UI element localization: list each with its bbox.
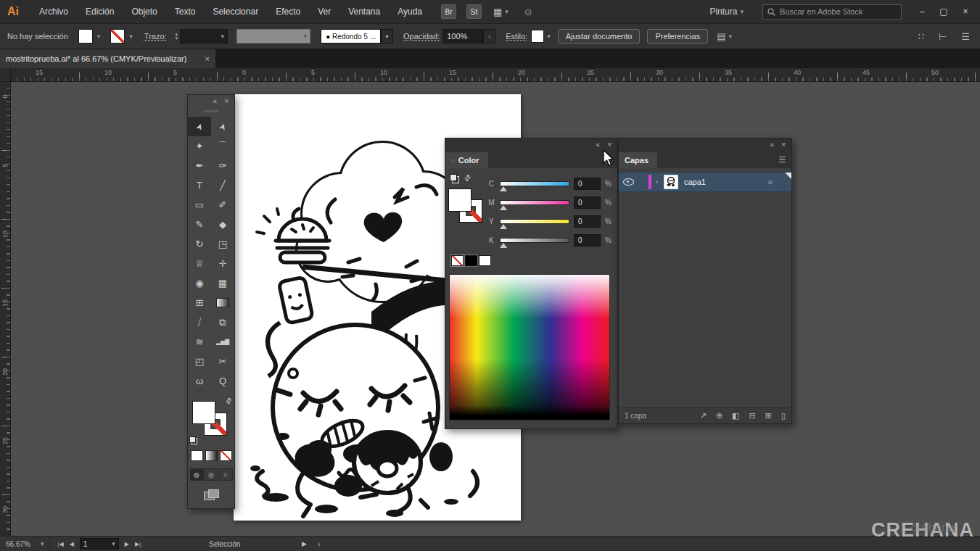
expand-layer-icon[interactable]: ›: [656, 178, 658, 186]
menu-ventana[interactable]: Ventana: [339, 0, 389, 23]
tab-color[interactable]: ○ Color: [445, 152, 488, 168]
fill-stroke-proxy[interactable]: ⇄: [192, 398, 230, 443]
width-profile-dropdown[interactable]: ▾: [236, 29, 310, 44]
direct-selection-tool[interactable]: ➤: [211, 117, 234, 136]
arrange-documents-icon[interactable]: ▦: [493, 7, 502, 17]
slider-track[interactable]: [500, 219, 569, 224]
zoom-level-dropdown[interactable]: 66.67% ▾: [0, 536, 50, 551]
chevron-down-icon[interactable]: ▾: [547, 33, 551, 40]
panel-dock-icon[interactable]: ⊢: [939, 31, 947, 42]
tab-capas[interactable]: Capas: [619, 152, 657, 168]
artboard-number-dropdown[interactable]: 1 ▾: [80, 538, 119, 550]
perspective-grid-tool[interactable]: ▦: [211, 273, 234, 293]
bridge-button[interactable]: Br: [441, 4, 456, 19]
opacity-expand-button[interactable]: ›: [483, 29, 495, 44]
fit-document-button[interactable]: Ajustar documento: [558, 29, 641, 44]
clipping-mask-icon[interactable]: ◧: [732, 411, 739, 420]
brush-dropdown-button[interactable]: ▾: [381, 29, 393, 44]
layer-target-icon[interactable]: ○: [767, 178, 773, 186]
curvature-tool[interactable]: ✑: [211, 156, 234, 175]
layer-row[interactable]: › capa1 ○: [619, 172, 791, 192]
default-fill-stroke-icon[interactable]: [189, 436, 197, 444]
color-mode-button[interactable]: [191, 450, 203, 461]
slider-value-input[interactable]: 0: [574, 196, 601, 209]
slider-thumb[interactable]: [500, 205, 507, 210]
document-setup-icon[interactable]: ▤: [717, 31, 725, 42]
symbol-sprayer-tool[interactable]: ≋: [188, 332, 211, 352]
line-segment-tool[interactable]: ╱: [211, 175, 234, 195]
draw-normal-button[interactable]: ◍: [190, 468, 204, 481]
play-icon[interactable]: ▶: [302, 540, 307, 547]
restore-button[interactable]: ▢: [934, 4, 954, 20]
rotate-tool[interactable]: ↻: [188, 234, 211, 254]
menu-texto[interactable]: Texto: [166, 0, 205, 23]
zoom-tool[interactable]: Q: [211, 371, 234, 391]
stroke-weight-label[interactable]: Trazo:: [144, 32, 167, 41]
last-artboard-button[interactable]: ▶|: [135, 541, 141, 547]
swap-fill-stroke-icon[interactable]: ⇄: [223, 396, 234, 406]
pencil-tool[interactable]: ✎: [188, 215, 211, 234]
menu-seleccionar[interactable]: Seleccionar: [204, 0, 267, 23]
close-button[interactable]: ×: [955, 4, 976, 20]
black-swatch[interactable]: [465, 255, 477, 266]
close-panel-icon[interactable]: ×: [224, 97, 228, 105]
brush-definition-dropdown[interactable]: ● Redondo 5 ...: [321, 29, 381, 44]
type-tool[interactable]: T: [188, 175, 211, 195]
slider-track[interactable]: [500, 181, 569, 186]
slider-thumb[interactable]: [500, 224, 507, 229]
panel-menu-icon[interactable]: ☰: [778, 155, 786, 165]
menu-ayuda[interactable]: Ayuda: [389, 0, 431, 23]
lasso-tool[interactable]: ⌒: [211, 136, 234, 156]
artboard-tool[interactable]: ◰: [188, 352, 211, 371]
slider-track[interactable]: [500, 200, 569, 205]
layer-visibility-toggle[interactable]: [619, 173, 638, 191]
menu-edicion[interactable]: Edición: [77, 0, 123, 23]
collect-for-export-icon[interactable]: ↗: [700, 411, 707, 420]
collapse-panel-icon[interactable]: «: [213, 97, 218, 105]
stroke-none-swatch[interactable]: [110, 29, 125, 44]
hamburger-menu-icon[interactable]: ☰: [961, 31, 970, 42]
collapse-panel-icon[interactable]: «: [770, 141, 775, 149]
adobe-stock-search[interactable]: Buscar en Adobe Stock: [762, 4, 902, 20]
collapse-panel-icon[interactable]: «: [596, 141, 601, 149]
stroke-swatch-control[interactable]: ▾: [110, 29, 133, 44]
draw-inside-button[interactable]: ○: [219, 468, 233, 481]
fill-swatch-control[interactable]: ▾: [78, 29, 101, 44]
fill-proxy-swatch[interactable]: [448, 188, 472, 212]
menu-objeto[interactable]: Objeto: [123, 0, 165, 23]
locate-object-icon[interactable]: ⊕: [716, 411, 722, 420]
chevron-down-icon[interactable]: ▾: [129, 33, 133, 40]
stroke-weight-dropdown[interactable]: ▾: [180, 29, 228, 44]
color-spectrum[interactable]: [449, 274, 610, 420]
fill-swatch[interactable]: [78, 29, 93, 44]
new-layer-icon[interactable]: ⊞: [765, 411, 772, 420]
gradient-mode-button[interactable]: [205, 450, 218, 461]
slider-value-input[interactable]: 0: [574, 234, 601, 246]
document-tab[interactable]: mostritoprueba.ai* al 66.67% (CMYK/Previ…: [0, 49, 215, 68]
opacity-value[interactable]: 100%: [442, 29, 483, 44]
previous-artboard-button[interactable]: ◀: [70, 541, 74, 547]
layer-name[interactable]: capa1: [684, 178, 706, 186]
preferences-button[interactable]: Preferencias: [647, 29, 708, 44]
screen-mode-button[interactable]: [204, 489, 218, 500]
eyedropper-tool[interactable]: ⧸: [188, 312, 211, 332]
next-artboard-button[interactable]: ▶: [125, 541, 129, 547]
width-tool[interactable]: ♕: [188, 254, 211, 273]
selection-tool[interactable]: ➤: [188, 117, 211, 136]
workspace-switcher[interactable]: Pintura ▾: [709, 7, 744, 17]
shape-builder-tool[interactable]: ◉: [188, 273, 211, 293]
fill-proxy-swatch[interactable]: [192, 401, 215, 424]
pen-tool[interactable]: ✒: [188, 156, 211, 175]
stepper-down-icon[interactable]: ▾: [176, 36, 178, 41]
style-label[interactable]: Estilo:: [506, 32, 527, 41]
panel-grip[interactable]: [203, 110, 219, 112]
rectangle-tool[interactable]: ▭: [188, 195, 211, 215]
delete-layer-icon[interactable]: ▯: [781, 411, 786, 420]
gradient-tool[interactable]: [211, 293, 234, 312]
close-panel-icon[interactable]: ×: [607, 141, 612, 149]
horizontal-ruler[interactable]: 1510505101520253035404550: [10, 68, 980, 82]
chevron-down-icon[interactable]: ▾: [97, 33, 101, 40]
column-graph-tool[interactable]: ▂▅▇: [211, 332, 234, 352]
slider-value-input[interactable]: 0: [574, 178, 601, 190]
slider-track[interactable]: [500, 238, 569, 243]
